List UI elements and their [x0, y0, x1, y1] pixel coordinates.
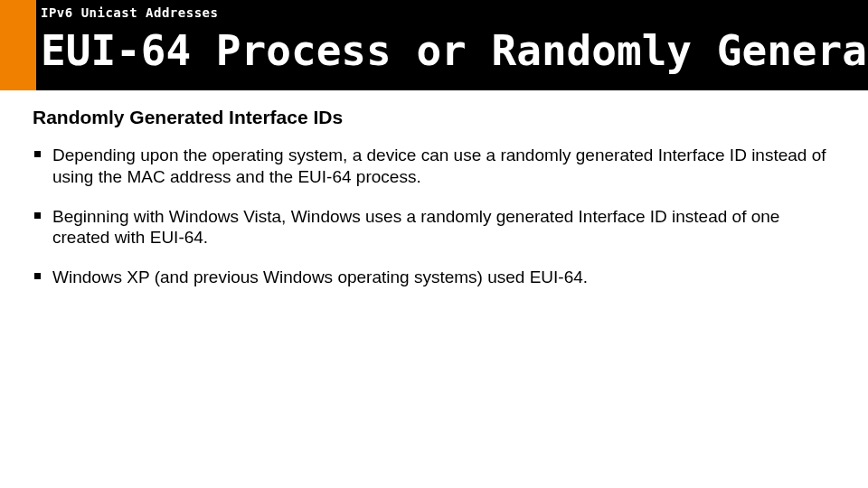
slide-header: IPv6 Unicast Addresses EUI-64 Process or…: [0, 0, 868, 90]
list-item: Beginning with Windows Vista, Windows us…: [33, 206, 835, 249]
list-item: Depending upon the operating system, a d…: [33, 145, 835, 188]
content-subheading: Randomly Generated Interface IDs: [33, 107, 835, 128]
slide-title: EUI-64 Process or Randomly Generated (co…: [41, 22, 868, 80]
list-item: Windows XP (and previous Windows operati…: [33, 267, 835, 288]
bullet-list: Depending upon the operating system, a d…: [33, 145, 835, 288]
slide-pretitle: IPv6 Unicast Addresses: [41, 5, 218, 20]
accent-block: [0, 0, 36, 90]
slide-content: Randomly Generated Interface IDs Dependi…: [0, 90, 868, 288]
